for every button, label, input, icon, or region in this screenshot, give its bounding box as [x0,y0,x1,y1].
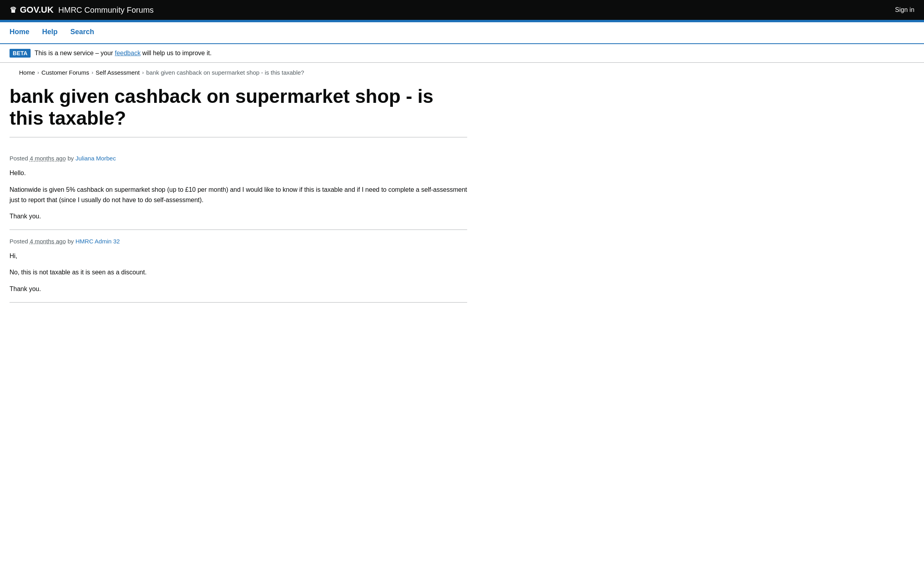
post-2-meta: Posted 4 months ago by HMRC Admin 32 [10,238,467,245]
nav-help[interactable]: Help [42,22,58,43]
post-2-body: Hi, No, this is not taxable as it is see… [10,251,467,294]
post-2-para-2: No, this is not taxable as it is seen as… [10,267,467,278]
nav-search[interactable]: Search [70,22,94,43]
feedback-link[interactable]: feedback [115,50,141,56]
post-1-para-2: Nationwide is given 5% cashback on super… [10,185,467,205]
post-1-para-1: Hello. [10,168,467,178]
beta-banner: BETA This is a new service – your feedba… [0,44,924,63]
post-2-by-label: by [66,238,75,245]
post-1: Posted 4 months ago by Juliana Morbec He… [10,147,467,230]
beta-text: This is a new service – your feedback wi… [35,50,212,57]
beta-text-after: will help us to improve it. [141,50,212,56]
breadcrumb-sep-2: › [91,69,93,75]
post-1-meta: Posted 4 months ago by Juliana Morbec [10,155,467,162]
post-2-time: 4 months ago [30,238,66,245]
post-2-para-1: Hi, [10,251,467,261]
post-2-para-3: Thank you. [10,284,467,294]
breadcrumb-current: bank given cashback on supermarket shop … [146,69,304,76]
crown-icon: ♛ [10,5,17,15]
post-2-author[interactable]: HMRC Admin 32 [75,238,120,245]
post-2: Posted 4 months ago by HMRC Admin 32 Hi,… [10,230,467,303]
sign-in-link[interactable]: Sign in [895,6,914,14]
breadcrumb: Home › Customer Forums › Self Assessment… [10,63,467,79]
gov-uk-logo: ♛ GOV.UK [10,5,54,15]
breadcrumb-sep-1: › [37,69,39,75]
gov-uk-text: GOV.UK [20,5,54,15]
header-left: ♛ GOV.UK HMRC Community Forums [10,5,154,15]
post-1-author[interactable]: Juliana Morbec [75,155,116,162]
breadcrumb-customer-forums[interactable]: Customer Forums [41,69,89,76]
post-1-para-3: Thank you. [10,211,467,222]
post-2-posted-label: Posted [10,238,30,245]
breadcrumb-home[interactable]: Home [19,69,35,76]
post-1-body: Hello. Nationwide is given 5% cashback o… [10,168,467,221]
site-title: HMRC Community Forums [58,6,154,15]
beta-text-before: This is a new service – your [35,50,115,56]
breadcrumb-sep-3: › [142,69,144,75]
site-header: ♛ GOV.UK HMRC Community Forums Sign in [0,0,924,20]
beta-tag: BETA [10,49,31,58]
post-1-posted-label: Posted [10,155,30,162]
nav-home[interactable]: Home [10,22,29,43]
breadcrumb-self-assessment[interactable]: Self Assessment [96,69,140,76]
page-title: bank given cashback on supermarket shop … [10,85,467,137]
main-nav: Home Help Search [0,22,924,44]
main-content: Home › Customer Forums › Self Assessment… [0,63,477,322]
post-1-by-label: by [66,155,75,162]
post-1-time: 4 months ago [30,155,66,162]
